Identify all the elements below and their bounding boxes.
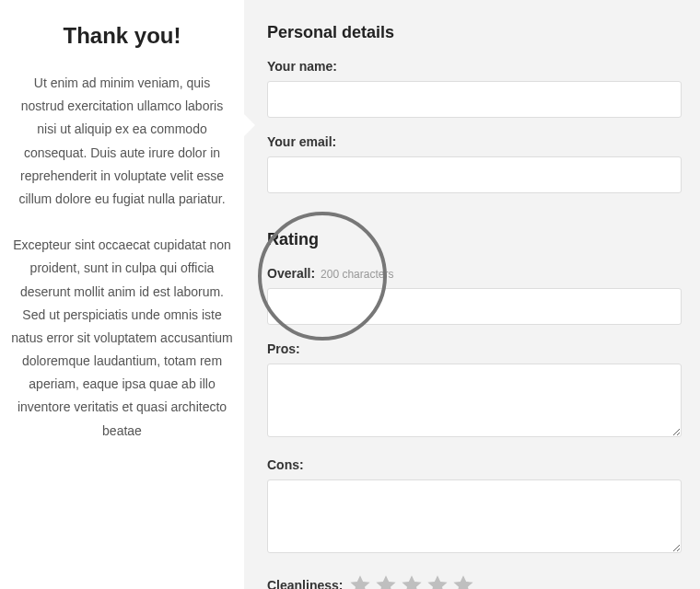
pointer-arrow-icon [242,112,255,138]
name-label: Your name: [267,59,682,74]
rating-heading: Rating [267,230,682,249]
overall-label: Overall: 200 characters [267,266,682,281]
thank-you-title: Thank you! [11,23,233,49]
overall-label-text: Overall: [267,266,315,281]
star-icon[interactable] [348,573,372,589]
star-icon[interactable] [426,573,449,589]
cons-textarea[interactable] [267,479,682,553]
star-icon[interactable] [374,573,398,589]
cleanliness-label: Cleanliness: [267,578,343,589]
email-label: Your email: [267,134,682,149]
review-form-panel: Personal details Your name: Your email: … [244,0,700,589]
cons-label: Cons: [267,457,682,472]
name-input[interactable] [267,81,682,118]
thank-you-panel: Thank you! Ut enim ad minim veniam, quis… [0,0,244,589]
email-input[interactable] [267,156,682,193]
overall-input[interactable] [267,288,682,325]
thank-you-para-2: Excepteur sint occaecat cupidatat non pr… [11,234,233,443]
pros-label: Pros: [267,341,682,356]
overall-hint: 200 characters [321,268,393,281]
cleanliness-stars [348,573,477,589]
star-icon[interactable] [400,573,424,589]
pros-textarea[interactable] [267,364,682,437]
star-icon[interactable] [451,573,475,589]
personal-details-heading: Personal details [267,23,682,42]
thank-you-para-1: Ut enim ad minim veniam, quis nostrud ex… [11,72,233,211]
